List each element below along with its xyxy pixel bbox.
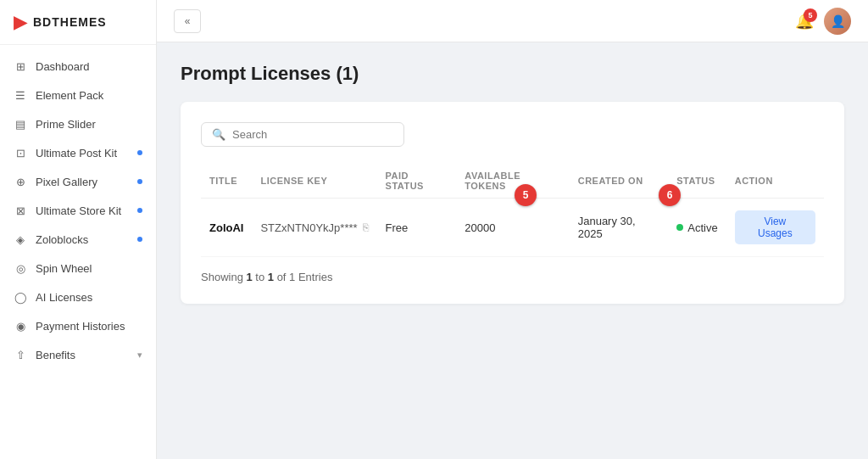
sidebar-item-prime-slider[interactable]: ▤Prime Slider [0,109,156,138]
main-content: « 🔔 5 👤 Prompt Licenses (1) 🔍 [157,0,868,459]
nav-item-left: ⊕Pixel Gallery [14,175,97,188]
spin-wheel-label: Spin Wheel [36,262,92,275]
nav-item-left: ▤Prime Slider [14,117,96,131]
footer-text-to: to [253,271,268,283]
payment-histories-icon: ◉ [14,319,27,333]
footer-text-end: of 1 Entries [274,271,332,283]
topbar-right: 🔔 5 👤 [795,8,851,35]
nav-item-left: ◉Payment Histories [14,319,125,333]
sidebar-nav: ⊞Dashboard☰Element Pack▤Prime Slider⊡Ult… [0,45,156,459]
copy-icon[interactable]: ⎘ [363,221,369,233]
notification-badge: 5 [804,8,817,22]
licenses-card: 🔍 TITLELICENSE KEYPAID STATUSAVAILABLE T… [181,102,844,304]
benefits-icon: ⇧ [14,348,27,361]
table-footer: Showing 1 to 1 of 1 Entries [201,271,824,283]
dashboard-label: Dashboard [36,60,90,73]
notification-button[interactable]: 🔔 5 [795,12,814,31]
prime-slider-label: Prime Slider [36,118,96,131]
license-key-text: STZxNTN0YkJp**** [260,221,357,234]
element-pack-label: Element Pack [36,89,103,102]
nav-item-left: ⇧Benefits [14,348,75,361]
ultimate-post-kit-label: Ultimate Post Kit [36,147,117,160]
cell-title: ZoloAI [201,199,252,257]
view-usages-button[interactable]: View Usages [735,210,815,244]
collapse-icon: « [185,15,191,27]
ultimate-store-kit-dot [137,208,142,213]
collapse-button[interactable]: « [174,9,201,33]
page-title: Prompt Licenses (1) [181,63,844,85]
sidebar-item-benefits[interactable]: ⇧Benefits▾ [0,340,156,369]
cell-created-on: January 30, 2025 [570,199,669,257]
sidebar-item-zoloblocks[interactable]: ◈Zoloblocks [0,225,156,254]
logo-text: BDTHEMES [33,15,107,29]
col-created-on: CREATED ON [570,164,669,199]
nav-item-left: ⊞Dashboard [14,59,90,73]
spin-wheel-icon: ◎ [14,261,27,275]
cell-status: Active [668,199,726,257]
nav-item-left: ◈Zoloblocks [14,232,88,246]
sidebar-item-ai-licenses[interactable]: ◯AI Licenses [0,283,156,311]
table-container: TITLELICENSE KEYPAID STATUSAVAILABLE TOK… [201,164,824,257]
sidebar-item-ultimate-store-kit[interactable]: ⊠Ultimate Store Kit [0,196,156,225]
pixel-gallery-icon: ⊕ [14,175,27,188]
cell-paid-status: Free [377,199,457,257]
search-input-wrap: 🔍 [201,122,404,147]
annotation-6: 6 [659,184,681,206]
sidebar-item-dashboard[interactable]: ⊞Dashboard [0,52,156,81]
zoloblocks-label: Zoloblocks [36,233,88,246]
logo: ▶ BDTHEMES [0,0,156,45]
ultimate-post-kit-dot [137,150,142,155]
cell-license-key: STZxNTN0YkJp****⎘ [252,199,376,257]
ultimate-store-kit-icon: ⊠ [14,204,27,217]
search-wrapper: 🔍 [201,122,824,147]
nav-item-left: ⊠Ultimate Store Kit [14,204,121,217]
col-license-key: LICENSE KEY [252,164,376,199]
dashboard-icon: ⊞ [14,59,27,73]
benefits-label: Benefits [36,349,75,361]
col-action: ACTION [726,164,824,199]
cell-available-tokens: 20000 [456,199,569,257]
sidebar-item-spin-wheel[interactable]: ◎Spin Wheel [0,254,156,283]
content-area: Prompt Licenses (1) 🔍 TITLELICENSE KEYPA… [157,42,868,459]
licenses-table: TITLELICENSE KEYPAID STATUSAVAILABLE TOK… [201,164,824,257]
prime-slider-icon: ▤ [14,117,27,131]
pixel-gallery-label: Pixel Gallery [36,176,97,188]
topbar: « 🔔 5 👤 [157,0,868,42]
nav-item-left: ◎Spin Wheel [14,261,92,275]
col-available-tokens: AVAILABLE TOKENS [456,164,569,199]
sidebar-item-payment-histories[interactable]: ◉Payment Histories [0,311,156,340]
ultimate-store-kit-label: Ultimate Store Kit [36,204,121,217]
sidebar-item-ultimate-post-kit[interactable]: ⊡Ultimate Post Kit [0,138,156,167]
zoloblocks-dot [137,237,142,242]
ai-licenses-icon: ◯ [14,290,27,304]
footer-to: 1 [268,271,274,283]
search-icon: 🔍 [212,128,225,141]
benefits-chevron: ▾ [137,350,142,361]
ultimate-post-kit-icon: ⊡ [14,146,27,160]
nav-item-left: ⊡Ultimate Post Kit [14,146,117,160]
search-input[interactable] [232,128,393,141]
status-dot [676,224,683,231]
table-body: ZoloAISTZxNTN0YkJp****⎘Free20000January … [201,199,824,257]
avatar[interactable]: 👤 [824,8,851,35]
element-pack-icon: ☰ [14,88,27,102]
annotation-5: 5 [515,184,537,206]
col-title: TITLE [201,164,252,199]
cell-action: View Usages [726,199,824,257]
zoloblocks-icon: ◈ [14,232,27,246]
logo-icon: ▶ [14,12,26,32]
nav-item-left: ◯AI Licenses [14,290,92,304]
pixel-gallery-dot [137,179,142,184]
sidebar: ▶ BDTHEMES ⊞Dashboard☰Element Pack▤Prime… [0,0,157,459]
status-text: Active [687,221,717,234]
avatar-icon: 👤 [831,14,845,28]
sidebar-item-element-pack[interactable]: ☰Element Pack [0,81,156,109]
footer-text-showing: Showing [201,271,246,283]
table-header: TITLELICENSE KEYPAID STATUSAVAILABLE TOK… [201,164,824,199]
footer-from: 1 [246,271,252,283]
nav-item-left: ☰Element Pack [14,88,103,102]
payment-histories-label: Payment Histories [36,320,125,333]
table-row: ZoloAISTZxNTN0YkJp****⎘Free20000January … [201,199,824,257]
col-paid-status: PAID STATUS [377,164,457,199]
sidebar-item-pixel-gallery[interactable]: ⊕Pixel Gallery [0,167,156,196]
